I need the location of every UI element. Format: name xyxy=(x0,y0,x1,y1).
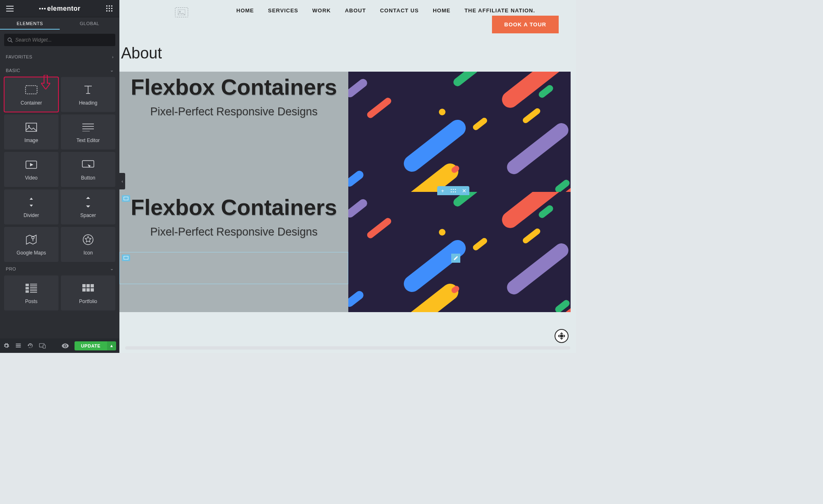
navigator-icon[interactable] xyxy=(15,343,21,349)
nav-home-2[interactable]: HOME xyxy=(433,7,450,14)
svg-rect-18 xyxy=(26,284,29,286)
widget-portfolio[interactable]: Portfolio xyxy=(61,275,115,310)
svg-rect-3 xyxy=(106,8,107,9)
widget-text-editor[interactable]: Text Editor xyxy=(61,114,115,149)
editor-canvas[interactable]: HOME SERVICES WORK ABOUT CONTACT US HOME… xyxy=(119,0,576,353)
hero-subheading[interactable]: Pixel-Perfect Responsive Designs xyxy=(150,225,318,239)
publish-button-group: UPDATE ▲ xyxy=(75,341,116,350)
section-hero-1[interactable]: Flexbox Containers Pixel-Perfect Respons… xyxy=(119,72,571,192)
svg-rect-28 xyxy=(43,345,45,348)
nav-affiliate[interactable]: THE AFFILIATE NATION. xyxy=(464,7,535,14)
container-icon xyxy=(25,84,37,96)
svg-point-30 xyxy=(180,11,181,12)
chevron-down-icon: ⌄ xyxy=(110,68,114,73)
hero-text-col[interactable]: Flexbox Containers Pixel-Perfect Respons… xyxy=(119,192,348,312)
svg-rect-25 xyxy=(86,288,90,292)
settings-icon[interactable] xyxy=(3,343,9,349)
nav-home[interactable]: HOME xyxy=(236,7,254,14)
widget-video[interactable]: Video xyxy=(4,152,58,187)
edit-element-icon[interactable] xyxy=(451,254,460,263)
spacer-icon xyxy=(84,196,92,208)
svg-rect-7 xyxy=(109,10,110,12)
publish-options-caret[interactable]: ▲ xyxy=(107,341,116,350)
svg-point-33 xyxy=(455,189,456,190)
add-section-icon[interactable]: + xyxy=(437,186,448,195)
widget-icon[interactable]: Icon xyxy=(61,227,115,262)
section-toolbar: + ✕ xyxy=(437,186,469,195)
widget-spacer[interactable]: Spacer xyxy=(61,189,115,224)
svg-point-9 xyxy=(8,38,11,41)
search-input[interactable] xyxy=(15,37,112,43)
divider-icon xyxy=(26,196,37,208)
svg-rect-21 xyxy=(82,284,86,287)
search-icon xyxy=(7,37,13,43)
widget-heading[interactable]: Heading xyxy=(61,77,115,112)
nav-services[interactable]: SERVICES xyxy=(268,7,298,14)
svg-point-34 xyxy=(451,191,452,193)
pan-navigator-icon[interactable] xyxy=(555,329,569,343)
svg-rect-22 xyxy=(86,284,90,287)
hero-graphic-col[interactable] xyxy=(348,192,571,312)
svg-point-13 xyxy=(28,125,30,127)
hero-graphic-col[interactable] xyxy=(348,72,571,192)
svg-rect-23 xyxy=(91,284,94,287)
delete-section-icon[interactable]: ✕ xyxy=(459,186,469,195)
widget-posts[interactable]: Posts xyxy=(4,275,58,310)
sidebar-footer: UPDATE ▲ xyxy=(0,338,119,353)
svg-rect-2 xyxy=(111,5,112,7)
widget-search[interactable] xyxy=(4,34,115,46)
history-icon[interactable] xyxy=(27,343,33,349)
widget-google-maps[interactable]: Google Maps xyxy=(4,227,58,262)
widget-button[interactable]: Button xyxy=(61,152,115,187)
video-icon xyxy=(26,159,37,171)
brand-logo: elementor xyxy=(39,5,81,12)
horizontal-scrollbar[interactable] xyxy=(125,346,570,350)
update-button[interactable]: UPDATE xyxy=(75,341,107,350)
tab-elements[interactable]: ELEMENTS xyxy=(0,17,60,30)
svg-rect-20 xyxy=(26,290,29,293)
svg-line-10 xyxy=(11,41,13,42)
widget-divider[interactable]: Divider xyxy=(4,189,58,224)
nav-about[interactable]: ABOUT xyxy=(345,7,366,14)
container-handle-icon[interactable] xyxy=(122,254,130,261)
svg-rect-26 xyxy=(91,288,94,292)
widget-container[interactable]: Container xyxy=(4,77,58,112)
star-icon xyxy=(83,233,93,246)
sidebar-header: elementor xyxy=(0,0,119,17)
nav-contact[interactable]: CONTACT US xyxy=(380,7,419,14)
drag-section-icon[interactable] xyxy=(448,186,459,195)
posts-icon xyxy=(26,282,37,294)
section-hero-2-selected[interactable]: + ✕ Flexbox Containers Pixel-Perfect Res… xyxy=(119,192,571,312)
svg-rect-6 xyxy=(106,10,107,12)
cta-book-tour[interactable]: BOOK A TOUR xyxy=(492,16,559,33)
svg-rect-38 xyxy=(124,256,128,259)
image-placeholder-icon[interactable] xyxy=(175,7,188,17)
svg-rect-15 xyxy=(82,161,94,167)
page-title: About xyxy=(121,44,162,62)
tab-global[interactable]: GLOBAL xyxy=(60,17,119,30)
category-favorites[interactable]: FAVORITES › xyxy=(0,50,119,63)
responsive-icon[interactable] xyxy=(39,343,46,349)
selected-element-outline xyxy=(119,252,348,284)
hero-heading[interactable]: Flexbox Containers xyxy=(131,195,337,219)
sidebar-tabs: ELEMENTS GLOBAL xyxy=(0,17,119,30)
svg-point-32 xyxy=(453,189,454,190)
svg-rect-37 xyxy=(124,197,128,200)
editor-sidebar: elementor ELEMENTS GLOBAL FAVORITES › BA… xyxy=(0,0,119,353)
preview-icon[interactable] xyxy=(62,343,69,348)
collapse-sidebar-handle[interactable]: ‹ xyxy=(119,173,125,189)
grid-apps-icon[interactable] xyxy=(104,3,115,14)
hero-text-col[interactable]: Flexbox Containers Pixel-Perfect Respons… xyxy=(119,72,348,192)
button-icon xyxy=(82,159,94,171)
container-handle-icon[interactable] xyxy=(122,195,130,202)
widget-image[interactable]: Image xyxy=(4,114,58,149)
hamburger-menu-icon[interactable] xyxy=(4,3,16,14)
hero-heading[interactable]: Flexbox Containers xyxy=(131,75,337,99)
nav-work[interactable]: WORK xyxy=(312,7,331,14)
svg-rect-12 xyxy=(26,123,37,131)
category-basic[interactable]: BASIC ⌄ xyxy=(0,63,119,77)
svg-point-36 xyxy=(455,191,456,193)
category-pro[interactable]: PRO ⌄ xyxy=(0,262,119,275)
svg-point-31 xyxy=(451,189,452,190)
hero-subheading[interactable]: Pixel-Perfect Responsive Designs xyxy=(150,105,318,119)
